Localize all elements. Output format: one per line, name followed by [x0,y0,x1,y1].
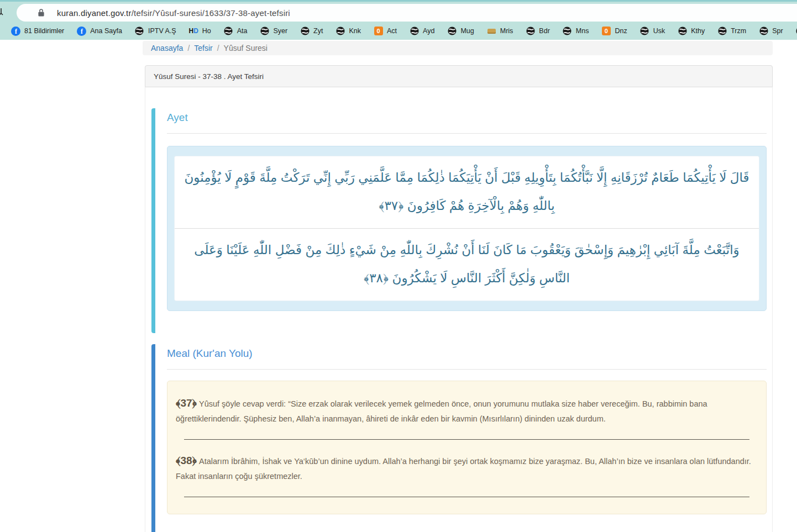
bookmark-label: Kthy [691,27,705,35]
verse-box: قَالَ لَا يَأْتِيكُمَا طَعَامٌ تُرْزَقَا… [175,156,759,301]
arabic-verse-38: وَاتَّبَعْتُ مِلَّةَ آبَائِي إِبْرٰهِيمَ… [175,229,759,301]
bookmark-item[interactable]: Ata [221,25,251,37]
card-header: Yûsuf Suresi - 37-38 . Ayet Tefsiri [145,65,773,87]
tefsir-card: Yûsuf Suresi - 37-38 . Ayet Tefsiri Ayet… [145,65,773,532]
bookmark-item[interactable]: Spr [756,25,786,37]
meal-paragraph-37: ﴾37﴿Yûsuf şöyle cevap verdi: “Size erzak… [176,396,758,426]
bookmark-item[interactable]: Mris [484,25,517,37]
globe-icon [678,27,687,36]
bookmark-label: Dnz [615,27,627,35]
verse-number-badge: ﴾38﴿ [176,455,197,466]
breadcrumb-separator: / [187,44,190,52]
bookmark-label: Ana Sayfa [90,27,122,35]
breadcrumb-item-y-suf-suresi: Yûsuf Suresi [224,44,268,52]
bookmark-label: IPTV A.Ş [148,27,176,35]
meal-paragraph-38: ﴾38﴿Atalarım İbrâhim, İshak ve Ya‘kūb’un… [176,453,758,484]
bookmark-item[interactable]: 0Dnz [598,25,630,37]
url-path: /tefsir/Yûsuf-suresi/1633/37-38-ayet-tef… [132,8,290,18]
globe-icon [563,27,572,36]
breadcrumb-separator: / [217,44,219,52]
ayet-title-divider [167,133,767,134]
globe-icon [300,27,310,36]
bookmark-item[interactable]: Mug [444,25,477,37]
breadcrumb: Anasayfa/Tefsir/Yûsuf Suresi [143,41,773,55]
url-domain: kuran.diyanet.gov.tr [57,8,132,18]
address-bar[interactable]: kuran.diyanet.gov.tr/tefsir/Yûsuf-suresi… [17,4,797,22]
ayet-section-title: Ayet [167,108,767,124]
globe-icon [759,27,768,36]
bookmark-label: Usk [653,27,665,35]
globe-icon [135,27,144,36]
globe-icon [640,27,649,36]
bookmarks-bar: f81 BildirimlerfAna SayfaIPTV A.ŞHDHoAta… [0,22,797,40]
bookmark-item[interactable]: Knk [332,25,364,37]
bookmark-label: 81 Bildirimler [24,27,64,35]
meal-text: Atalarım İbrâhim, İshak ve Ya‘kūb’un din… [176,457,751,481]
zero-icon: 0 [374,27,383,36]
bookmark-item[interactable]: Zyt [297,25,326,37]
bookmark-item[interactable]: Tkn [793,25,797,37]
bookmark-item[interactable]: Usk [637,25,669,37]
bookmark-item[interactable]: Bdr [522,25,553,37]
bookmark-label: Mns [576,27,589,35]
bookmark-label: Bdr [539,27,549,35]
hd-icon: HD [189,27,198,36]
meal-title-divider [167,369,767,370]
meal-text: Yûsuf şöyle cevap verdi: “Size erzak ola… [176,399,707,423]
bookmark-item[interactable]: Kthy [674,25,708,37]
zero-icon: 0 [601,27,611,36]
meal-section-title: Meal (Kur'an Yolu) [167,344,767,360]
meal-divider [184,439,749,440]
globe-icon [447,27,457,36]
bookmark-label: Trzm [731,27,746,35]
bookmark-item[interactable]: Trzm [714,25,749,37]
globe-icon [335,27,345,36]
arabic-verse-37: قَالَ لَا يَأْتِيكُمَا طَعَامٌ تُرْزَقَا… [175,156,759,228]
bookmark-label: Ho [202,27,211,35]
globe-icon [526,27,535,36]
bookmark-item[interactable]: 0Act [370,25,400,37]
breadcrumb-item-anasayfa[interactable]: Anasayfa [151,44,183,52]
url-text[interactable]: kuran.diyanet.gov.tr/tefsir/Yûsuf-suresi… [57,8,290,18]
bookmark-label: Mug [460,27,474,35]
bookmark-item[interactable]: IPTV A.Ş [132,25,180,37]
globe-icon [410,27,419,36]
breadcrumb-item-tefsir[interactable]: Tefsir [194,44,212,52]
facebook-icon: f [11,27,20,36]
lock-icon[interactable] [38,8,45,17]
bookmark-label: Knk [349,27,361,35]
address-bar-row: kuran.diyanet.gov.tr/tefsir/Yûsuf-suresi… [0,0,797,22]
bookmark-item[interactable]: Mns [559,25,592,37]
bookmark-label: Act [387,27,397,35]
bookmark-label: Ayd [423,27,434,35]
section-ayet: Ayet قَالَ لَا يَأْتِيكُمَا طَعَامٌ تُرْ… [151,108,767,333]
partial-extension-icon [0,8,5,20]
page-title: Yûsuf Suresi - 37-38 . Ayet Tefsiri [154,72,264,81]
bookmark-item[interactable]: f81 Bildirimler [8,25,67,37]
browser-chrome: kuran.diyanet.gov.tr/tefsir/Yûsuf-suresi… [0,0,797,41]
facebook-icon: f [77,27,86,36]
svg-text:f: f [15,28,17,35]
bookmark-label: Ata [237,27,248,35]
card-body: Ayet قَالَ لَا يَأْتِيكُمَا طَعَامٌ تُرْ… [145,87,773,532]
bookmark-label: Syer [273,27,287,35]
bookmark-label: Spr [772,27,783,35]
ayet-panel: قَالَ لَا يَأْتِيكُمَا طَعَامٌ تُرْزَقَا… [167,146,767,311]
globe-icon [717,27,727,36]
gold-icon [487,27,496,36]
meal-divider [184,497,749,497]
bookmark-item[interactable]: Syer [256,25,291,37]
verse-number-badge: ﴾37﴿ [176,397,197,409]
bookmark-item[interactable]: fAna Sayfa [74,25,125,37]
bookmark-label: Mris [500,27,513,35]
meal-panel: ﴾37﴿Yûsuf şöyle cevap verdi: “Size erzak… [167,381,767,514]
globe-icon [224,27,233,36]
bookmark-label: Zyt [313,27,323,35]
bookmark-item[interactable]: HDHo [186,25,214,37]
bookmark-item[interactable]: Ayd [406,25,438,37]
svg-text:f: f [81,28,83,35]
globe-icon [260,27,269,36]
section-meal: Meal (Kur'an Yolu) ﴾37﴿Yûsuf şöyle cevap… [151,344,767,532]
